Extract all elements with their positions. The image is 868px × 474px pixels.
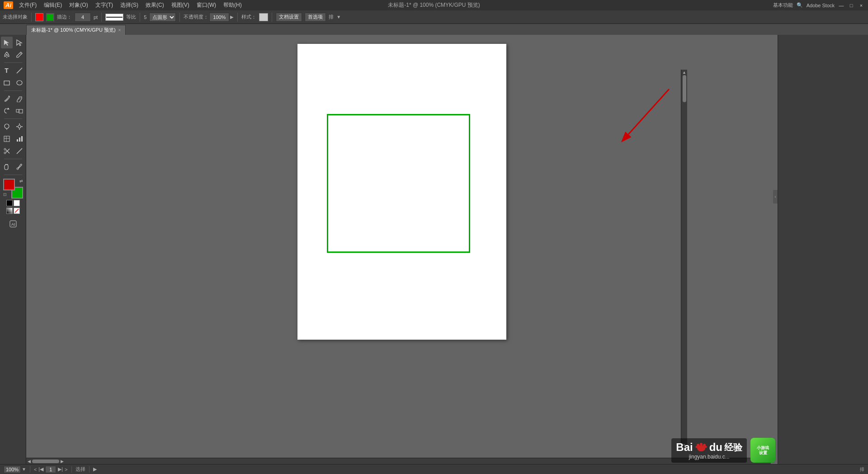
points-count-label: 5 xyxy=(144,14,146,20)
scroll-right-button[interactable]: ▶ xyxy=(59,459,65,464)
menu-help[interactable]: 帮助(H) xyxy=(220,0,245,10)
selection-tool-icon xyxy=(3,39,10,46)
vertical-scroll-thumb[interactable] xyxy=(683,75,686,102)
symbols-tool-button[interactable]: AI xyxy=(7,218,19,230)
opacity-input[interactable] xyxy=(209,13,229,22)
warp-tool-button[interactable] xyxy=(1,133,13,145)
none-swatch[interactable] xyxy=(14,208,20,214)
zoom-dropdown-button[interactable]: ▼ xyxy=(22,467,26,472)
no-selection-label: 未选择对象 xyxy=(3,14,28,20)
horizontal-scrollbar[interactable]: ◀ ▶ xyxy=(26,458,771,464)
page-next-button[interactable]: > xyxy=(65,467,67,472)
status-text-label: 选择 xyxy=(75,466,85,473)
close-button[interactable]: × xyxy=(858,2,864,9)
menu-file[interactable]: 文件(F) xyxy=(16,0,40,10)
doc-settings-button[interactable]: 文档设置 xyxy=(276,13,302,22)
menu-object[interactable]: 对象(O) xyxy=(66,0,91,10)
stroke-color-swatch[interactable] xyxy=(35,13,43,21)
svg-line-35 xyxy=(628,89,669,134)
document-tab[interactable]: 未标题-1* @ 100% (CMYK/GPU 预览) × xyxy=(26,25,126,35)
scissors-tool-button[interactable] xyxy=(1,145,13,157)
green-rectangle[interactable] xyxy=(327,114,470,253)
stroke-width-input[interactable] xyxy=(75,13,91,22)
opacity-label: 不透明度： xyxy=(184,14,208,20)
page-first-button[interactable]: |◀ xyxy=(38,466,43,472)
scroll-up-button[interactable]: ▲ xyxy=(681,70,688,75)
menu-window[interactable]: 窗口(W) xyxy=(193,0,219,10)
line-tool-icon xyxy=(16,67,23,74)
eraser-tool-button[interactable] xyxy=(14,93,25,104)
text-tool-icon: T xyxy=(5,67,9,74)
black-swatch[interactable] xyxy=(6,200,13,206)
page-number-input[interactable] xyxy=(45,466,56,473)
slice-tools-row xyxy=(1,145,25,157)
text-tool-button[interactable]: T xyxy=(1,65,13,76)
adobe-stock-label: Adobe Stock xyxy=(807,3,835,8)
ellipse-tool-button[interactable] xyxy=(14,77,25,89)
gradient-swatch[interactable] xyxy=(6,208,13,214)
scroll-down-button[interactable]: ▼ xyxy=(681,442,688,448)
pencil-tool-button[interactable] xyxy=(14,49,25,61)
eyedropper-tool-button[interactable] xyxy=(14,161,25,173)
status-bar: ▼ < |◀ ▶| > 选择 ▶ 排 xyxy=(0,464,868,474)
scroll-left-button[interactable]: ◀ xyxy=(26,459,32,464)
style-preview xyxy=(259,13,268,21)
play-button[interactable]: ▶ xyxy=(93,466,97,472)
status-divider-2 xyxy=(71,466,72,473)
ruler-tool-button[interactable] xyxy=(14,145,25,157)
svg-rect-21 xyxy=(21,136,23,142)
document-canvas xyxy=(297,44,506,340)
foreground-color-swatch[interactable] xyxy=(3,179,15,190)
tab-close-button[interactable]: × xyxy=(118,28,121,33)
page-prev-button[interactable]: < xyxy=(34,467,37,472)
canvas-area[interactable]: ▲ ▼ xyxy=(26,35,778,464)
symbols-icon: AI xyxy=(9,220,17,228)
pen-tool-button[interactable] xyxy=(1,49,13,61)
tab-bar: 未标题-1* @ 100% (CMYK/GPU 预览) × xyxy=(0,24,868,35)
zoom-input[interactable] xyxy=(4,466,21,473)
brush-tool-button[interactable] xyxy=(1,93,13,104)
opt-divider-1 xyxy=(31,13,32,22)
app-logo: Ai xyxy=(4,1,13,9)
horizontal-scroll-thumb[interactable] xyxy=(32,460,59,463)
rectangle-tool-button[interactable] xyxy=(1,77,13,89)
menu-effect[interactable]: 效果(C) xyxy=(142,0,167,10)
stroke-line xyxy=(106,17,123,18)
red-arrow-annotation xyxy=(615,85,674,143)
menu-view[interactable]: 视图(V) xyxy=(168,0,193,10)
preferences-button[interactable]: 首选项 xyxy=(305,13,326,22)
swap-colors-button[interactable]: ⇄ xyxy=(19,179,23,183)
zoom-control: ▼ xyxy=(4,466,26,473)
toolbar-separator-5 xyxy=(4,175,22,175)
panel-collapse-button[interactable]: ‹ xyxy=(773,190,778,204)
page-last-button[interactable]: ▶| xyxy=(58,466,63,472)
menu-select[interactable]: 选择(S) xyxy=(117,0,142,10)
hand-tool-button[interactable] xyxy=(1,161,13,173)
extra-tools-area: AI xyxy=(7,218,19,230)
vertical-scrollbar[interactable]: ▲ ▼ xyxy=(681,70,687,448)
chart-tool-button[interactable] xyxy=(14,133,25,145)
restore-button[interactable]: □ xyxy=(848,2,854,9)
fill-color-swatch[interactable] xyxy=(46,13,54,21)
selection-tool-button[interactable] xyxy=(1,37,13,48)
lasso-tool-button[interactable] xyxy=(1,121,13,133)
shape-select[interactable]: 点圆形 xyxy=(149,13,176,22)
menu-edit[interactable]: 编辑(E) xyxy=(41,0,65,10)
line-tool-button[interactable] xyxy=(14,65,25,76)
rotate-tool-button[interactable] xyxy=(1,105,13,117)
white-swatch[interactable] xyxy=(14,200,20,206)
magic-tool-button[interactable] xyxy=(14,121,25,133)
scale-tool-button[interactable] xyxy=(14,105,25,117)
svg-line-29 xyxy=(21,149,22,150)
minimize-button[interactable]: — xyxy=(838,2,844,9)
type-tools-row: T xyxy=(1,65,25,76)
arrange-expand-icon[interactable]: ▼ xyxy=(336,14,341,19)
view-arrange-label: 排 xyxy=(860,466,864,473)
direct-selection-tool-button[interactable] xyxy=(14,37,25,48)
opacity-expand-icon[interactable]: ▶ xyxy=(230,14,234,19)
default-colors-button[interactable]: ⊡ xyxy=(3,192,7,197)
menu-text[interactable]: 文字(T) xyxy=(92,0,116,10)
right-panel: 属性 图层 库 ☰ ⊕ 🗑 👁 ▶ 图层 1 ○ xyxy=(778,0,868,464)
shape-tools-row xyxy=(1,77,25,89)
opt-divider-4 xyxy=(179,13,180,22)
